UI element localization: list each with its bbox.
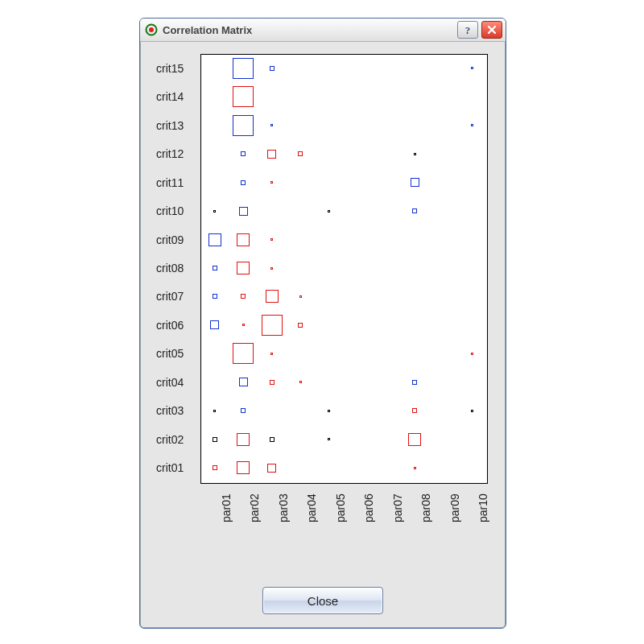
matrix-cell [241,151,246,156]
matrix-cell [213,210,216,213]
matrix-cell [239,378,248,386]
matrix-cell [471,124,473,126]
x-axis-label: par06 [362,493,375,522]
x-axis-label: par02 [248,493,261,522]
matrix-cell [241,180,246,185]
client-area: crit15crit14crit13crit12crit11crit10crit… [140,42,506,629]
y-axis-label: crit06 [156,320,196,331]
matrix-cell [208,233,221,246]
matrix-cell [239,207,248,216]
matrix-cell [270,238,273,241]
matrix-cell [298,323,303,328]
matrix-cell [237,233,250,246]
y-axis-label: crit15 [156,63,196,74]
close-icon [487,25,497,35]
svg-point-1 [149,27,154,32]
y-axis-label: crit13 [156,120,196,131]
y-axis-label: crit08 [156,262,196,274]
matrix-cell [242,324,245,326]
x-axis-label: par01 [220,493,233,522]
y-axis-label: crit07 [156,291,196,302]
matrix-cell [270,380,275,385]
matrix-cell [270,124,273,126]
matrix-cell [411,178,419,187]
matrix-cell [414,467,416,469]
app-icon [145,23,158,36]
matrix-cell [298,151,303,156]
x-axis-label: par04 [305,493,318,522]
matrix-cell [328,438,330,440]
matrix-cell [471,410,473,412]
matrix-cell [266,290,279,303]
matrix-cell [237,461,250,474]
matrix-cell [299,295,302,298]
y-axis-label: crit02 [156,434,196,445]
matrix-cell [270,66,275,71]
matrix-cell [241,408,246,413]
matrix-cell [412,208,417,213]
matrix-cell [270,181,273,184]
matrix-cell [412,380,417,385]
matrix-cell [299,381,302,383]
help-button[interactable]: ? [457,21,478,39]
matrix-cell [270,267,273,270]
matrix-cell [270,353,273,355]
svg-text:?: ? [465,24,471,35]
matrix-cell [414,153,416,155]
matrix-cell [241,294,246,299]
matrix-cell [237,433,250,446]
matrix-cell [471,353,473,355]
y-axis-label: crit12 [156,148,196,159]
matrix-cell [210,320,219,329]
correlation-plot: crit15crit14crit13crit12crit11crit10crit… [156,50,494,525]
matrix-cell [262,315,283,336]
x-axis-label: par03 [277,493,290,522]
matrix-cell [267,150,276,159]
y-axis-label: crit03 [156,405,196,416]
matrix-cell [471,67,473,69]
y-axis-label: crit05 [156,348,196,359]
y-axis-label: crit09 [156,234,196,246]
help-icon: ? [463,24,473,35]
matrix-cell [412,408,417,413]
titlebar[interactable]: Correlation Matrix ? [140,19,506,42]
matrix-cell [233,58,254,79]
y-axis-label: crit11 [156,177,196,188]
matrix-cell [213,294,217,299]
correlation-matrix-window: Correlation Matrix ? crit15crit14crit13c… [139,18,506,629]
window-title: Correlation Matrix [163,24,252,36]
close-button[interactable]: Close [262,587,383,614]
matrix-cell [267,464,276,473]
matrix-cell [237,262,250,275]
matrix-cell [233,86,254,107]
x-axis-label: par05 [334,493,347,522]
matrix-cell [213,437,217,442]
dialog-footer: Close [140,587,506,614]
matrix-cell [328,410,330,412]
matrix-cell [213,465,217,470]
window-close-button[interactable] [481,21,502,39]
y-axis-label: crit01 [156,462,196,473]
x-axis-label: par09 [448,493,461,522]
y-axis-label: crit10 [156,205,196,217]
matrix-cell [233,115,254,136]
matrix-cell [233,343,254,364]
y-axis-label: crit14 [156,91,196,102]
matrix-cell [328,210,330,213]
matrix-cell [408,433,421,446]
x-axis-label: par07 [391,493,404,522]
x-axis-label: par08 [419,493,432,522]
x-axis-label: par10 [477,493,489,522]
y-axis-label: crit04 [156,377,196,388]
matrix-cell [270,437,275,442]
matrix-cell [213,410,216,412]
matrix-cell [213,266,217,270]
